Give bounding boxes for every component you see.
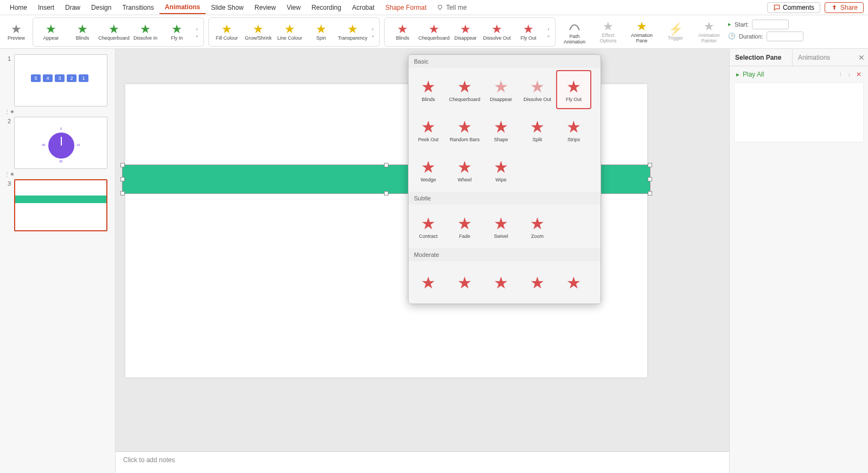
anim-line-colour[interactable]: ★Line Colour	[275, 19, 304, 45]
preview-button[interactable]: ★ Preview	[4, 19, 28, 45]
spin-label: Spin	[316, 35, 326, 41]
resize-handle[interactable]	[648, 163, 652, 167]
share-button[interactable]: Share	[825, 2, 864, 13]
move-down-icon[interactable]: ↓	[847, 71, 851, 78]
dd-wipe[interactable]: ★Wipe	[483, 150, 519, 190]
slide-thumb-2[interactable]: 0 15 30 45	[14, 117, 107, 169]
anim-fly-in[interactable]: ★Fly In	[162, 19, 192, 45]
path-icon	[567, 20, 582, 34]
dd-moderate-3[interactable]: ★	[483, 263, 519, 302]
anim-spin[interactable]: ★Spin	[307, 19, 336, 45]
start-input[interactable]	[752, 20, 789, 29]
dd-split[interactable]: ★Split	[520, 110, 555, 149]
tab-shape-format[interactable]: Shape Format	[380, 2, 432, 14]
thumb2-label-0: 0	[60, 127, 62, 130]
resize-handle[interactable]	[384, 163, 388, 167]
dd-moderate-2[interactable]: ★	[447, 263, 482, 302]
tab-design[interactable]: Design	[86, 2, 117, 14]
tab-review[interactable]: Review	[249, 2, 281, 14]
anim-appear[interactable]: ★Appear	[36, 19, 66, 45]
anim-dissolve-in[interactable]: ★Dissolve In	[131, 19, 160, 45]
animation-pane-label: Animation Pane	[627, 33, 656, 43]
play-all-button[interactable]: Play All	[743, 71, 764, 78]
tab-slide-show[interactable]: Slide Show	[206, 2, 249, 14]
tab-view[interactable]: View	[281, 2, 306, 14]
emphasis-expand[interactable]: ›⌄	[369, 19, 376, 45]
lightbulb-icon	[436, 4, 444, 11]
notes-area[interactable]: Click to add notes	[116, 451, 729, 473]
chevron-right-icon: ›	[547, 26, 549, 32]
dd-random-bars[interactable]: ★Random Bars	[447, 110, 482, 149]
path-animation-button[interactable]: Path Animation	[560, 19, 589, 45]
tab-transitions[interactable]: Transitions	[117, 2, 159, 14]
anim-slot[interactable]	[734, 83, 864, 142]
delete-icon[interactable]: ✕	[856, 71, 861, 78]
thumb1-anim-indicator: ⋮★	[0, 109, 115, 115]
anim-dissolve-out[interactable]: ★Dissolve Out	[482, 19, 512, 45]
resize-handle[interactable]	[120, 163, 125, 167]
preview-label: Preview	[8, 35, 25, 41]
tell-me-search[interactable]: Tell me	[436, 4, 467, 11]
dd-fade[interactable]: ★Fade	[447, 207, 482, 246]
thumb1-box: 2	[67, 74, 76, 82]
dd-zoom[interactable]: ★Zoom	[520, 207, 555, 246]
anim-blinds-out[interactable]: ★Blinds	[388, 19, 417, 45]
dd-chequerboard[interactable]: ★Chequerboard	[447, 70, 482, 109]
selection-pane-tab[interactable]: Selection Pane	[730, 49, 792, 66]
dd-disappear[interactable]: ★Disappear	[483, 70, 519, 109]
anim-fill-colour[interactable]: ★Fill Colour	[212, 19, 241, 45]
close-panel-button[interactable]: ✕	[855, 53, 868, 62]
anim-blinds-in[interactable]: ★Blinds	[68, 19, 97, 45]
section-basic: Basic	[409, 55, 601, 68]
resize-handle[interactable]	[648, 177, 652, 181]
resize-handle[interactable]	[384, 191, 388, 195]
tab-home[interactable]: Home	[4, 2, 33, 14]
duration-input[interactable]	[767, 31, 803, 41]
dd-moderate-5[interactable]: ★	[556, 263, 591, 302]
animations-pane-tab[interactable]: Animations	[792, 49, 855, 66]
tab-animations[interactable]: Animations	[159, 1, 206, 14]
fill-colour-label: Fill Colour	[216, 35, 238, 41]
dd-peek-out[interactable]: ★Peek Out	[411, 110, 446, 149]
comments-button[interactable]: Comments	[767, 2, 820, 13]
dd-peekout-label: Peek Out	[418, 137, 439, 142]
anim-fly-out-ribbon[interactable]: ★Fly Out	[514, 19, 543, 45]
anim-grow-shrink[interactable]: ★Grow/Shrink	[244, 19, 273, 45]
anim-chequerboard-out[interactable]: ★Chequerboard	[419, 19, 449, 45]
dd-wedge[interactable]: ★Wedge	[411, 150, 446, 190]
resize-handle[interactable]	[120, 191, 125, 195]
chevron-right-icon: ›	[196, 26, 197, 32]
tab-insert[interactable]: Insert	[33, 2, 60, 14]
dd-swivel[interactable]: ★Swivel	[483, 207, 519, 246]
dd-wipe-label: Wipe	[495, 177, 507, 182]
slide-thumb-3[interactable]	[14, 179, 107, 231]
chevron-down-icon: ⌄	[195, 32, 199, 38]
dd-contract[interactable]: ★Contract	[411, 207, 446, 246]
close-icon: ✕	[858, 53, 865, 62]
animation-pane-button[interactable]: ★ Animation Pane	[627, 19, 656, 45]
dd-moderate-4[interactable]: ★	[520, 263, 555, 302]
dd-moderate-1[interactable]: ★	[411, 263, 446, 302]
exit-expand[interactable]: ›⌄	[545, 19, 552, 45]
resize-handle[interactable]	[120, 177, 125, 181]
tab-draw[interactable]: Draw	[60, 2, 86, 14]
dd-fly-out[interactable]: ★Fly Out	[556, 70, 591, 109]
dd-shape-label: Shape	[494, 137, 508, 142]
entrance-expand[interactable]: ›⌄	[194, 19, 200, 45]
dd-strips-label: Strips	[567, 137, 580, 142]
tab-recording[interactable]: Recording	[306, 2, 347, 14]
dd-strips[interactable]: ★Strips	[556, 110, 591, 149]
tab-acrobat[interactable]: Acrobat	[347, 2, 380, 14]
dd-wheel[interactable]: ★Wheel	[447, 150, 482, 190]
comment-icon	[773, 4, 781, 11]
dd-blinds[interactable]: ★Blinds	[411, 70, 446, 109]
move-up-icon[interactable]: ↑	[839, 71, 842, 78]
play-icon: ▸	[728, 21, 731, 28]
anim-chequerboard-in[interactable]: ★Chequerboard	[99, 19, 129, 45]
resize-handle[interactable]	[648, 191, 652, 195]
anim-transparency[interactable]: ★Transparency	[338, 19, 367, 45]
anim-disappear[interactable]: ★Disappear	[451, 19, 480, 45]
slide-thumb-1[interactable]: 5 4 3 2 1	[14, 54, 107, 106]
dd-shape[interactable]: ★Shape	[483, 110, 519, 149]
dd-dissolve-out[interactable]: ★Dissolve Out	[520, 70, 555, 109]
